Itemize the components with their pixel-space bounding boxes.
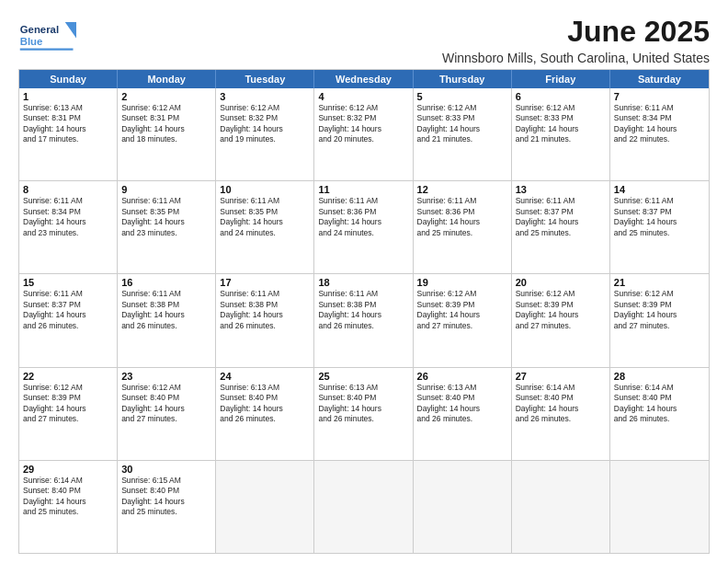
table-row: 13Sunrise: 6:11 AMSunset: 8:37 PMDayligh… [512,181,610,273]
calendar: Sunday Monday Tuesday Wednesday Thursday… [18,69,710,554]
table-row: 19Sunrise: 6:12 AMSunset: 8:39 PMDayligh… [414,274,512,366]
main-title: June 2025 [442,15,710,49]
table-row: 11Sunrise: 6:11 AMSunset: 8:36 PMDayligh… [314,181,413,273]
svg-marker-2 [65,22,76,39]
col-thursday: Thursday [414,70,512,88]
table-row [314,461,413,553]
table-row: 15Sunrise: 6:11 AMSunset: 8:37 PMDayligh… [19,274,118,366]
col-monday: Monday [118,70,216,88]
table-row: 9Sunrise: 6:11 AMSunset: 8:35 PMDaylight… [118,181,216,273]
col-sunday: Sunday [19,70,118,88]
table-row: 28Sunrise: 6:14 AMSunset: 8:40 PMDayligh… [610,368,709,460]
table-row: 25Sunrise: 6:13 AMSunset: 8:40 PMDayligh… [314,368,413,460]
calendar-row-3: 15Sunrise: 6:11 AMSunset: 8:37 PMDayligh… [19,274,709,367]
table-row: 7Sunrise: 6:11 AMSunset: 8:34 PMDaylight… [610,88,709,180]
col-tuesday: Tuesday [216,70,314,88]
table-row: 21Sunrise: 6:12 AMSunset: 8:39 PMDayligh… [610,274,709,366]
table-row: 10Sunrise: 6:11 AMSunset: 8:35 PMDayligh… [216,181,314,273]
header: General Blue June 2025 Winnsboro Mills, … [18,15,710,65]
table-row: 27Sunrise: 6:14 AMSunset: 8:40 PMDayligh… [512,368,610,460]
table-row: 16Sunrise: 6:11 AMSunset: 8:38 PMDayligh… [118,274,216,366]
table-row: 12Sunrise: 6:11 AMSunset: 8:36 PMDayligh… [414,181,512,273]
title-block: June 2025 Winnsboro Mills, South Carolin… [442,15,710,65]
table-row: 26Sunrise: 6:13 AMSunset: 8:40 PMDayligh… [414,368,512,460]
table-row: 5Sunrise: 6:12 AMSunset: 8:33 PMDaylight… [414,88,512,180]
calendar-row-5: 29Sunrise: 6:14 AMSunset: 8:40 PMDayligh… [19,461,709,553]
svg-text:General: General [20,24,59,35]
table-row [216,461,314,553]
calendar-row-1: 1Sunrise: 6:13 AMSunset: 8:31 PMDaylight… [19,88,709,181]
table-row: 20Sunrise: 6:12 AMSunset: 8:39 PMDayligh… [512,274,610,366]
table-row [610,461,709,553]
calendar-row-2: 8Sunrise: 6:11 AMSunset: 8:34 PMDaylight… [19,181,709,274]
table-row: 4Sunrise: 6:12 AMSunset: 8:32 PMDaylight… [314,88,413,180]
table-row: 6Sunrise: 6:12 AMSunset: 8:33 PMDaylight… [512,88,610,180]
table-row: 2Sunrise: 6:12 AMSunset: 8:31 PMDaylight… [118,88,216,180]
table-row: 23Sunrise: 6:12 AMSunset: 8:40 PMDayligh… [118,368,216,460]
calendar-header: Sunday Monday Tuesday Wednesday Thursday… [19,70,709,88]
table-row: 29Sunrise: 6:14 AMSunset: 8:40 PMDayligh… [19,461,118,553]
calendar-row-4: 22Sunrise: 6:12 AMSunset: 8:39 PMDayligh… [19,368,709,461]
table-row: 8Sunrise: 6:11 AMSunset: 8:34 PMDaylight… [19,181,118,273]
col-friday: Friday [512,70,610,88]
page: General Blue June 2025 Winnsboro Mills, … [0,0,728,563]
svg-text:Blue: Blue [20,36,43,47]
table-row: 1Sunrise: 6:13 AMSunset: 8:31 PMDaylight… [19,88,118,180]
table-row: 24Sunrise: 6:13 AMSunset: 8:40 PMDayligh… [216,368,314,460]
table-row [512,461,610,553]
col-saturday: Saturday [610,70,709,88]
table-row [414,461,512,553]
table-row: 14Sunrise: 6:11 AMSunset: 8:37 PMDayligh… [610,181,709,273]
calendar-body: 1Sunrise: 6:13 AMSunset: 8:31 PMDaylight… [19,88,709,553]
table-row: 30Sunrise: 6:15 AMSunset: 8:40 PMDayligh… [118,461,216,553]
table-row: 22Sunrise: 6:12 AMSunset: 8:39 PMDayligh… [19,368,118,460]
col-wednesday: Wednesday [314,70,413,88]
table-row: 18Sunrise: 6:11 AMSunset: 8:38 PMDayligh… [314,274,413,366]
logo: General Blue [18,15,83,61]
table-row: 3Sunrise: 6:12 AMSunset: 8:32 PMDaylight… [216,88,314,180]
logo-svg: General Blue [18,15,83,61]
subtitle: Winnsboro Mills, South Carolina, United … [442,51,710,65]
table-row: 17Sunrise: 6:11 AMSunset: 8:38 PMDayligh… [216,274,314,366]
